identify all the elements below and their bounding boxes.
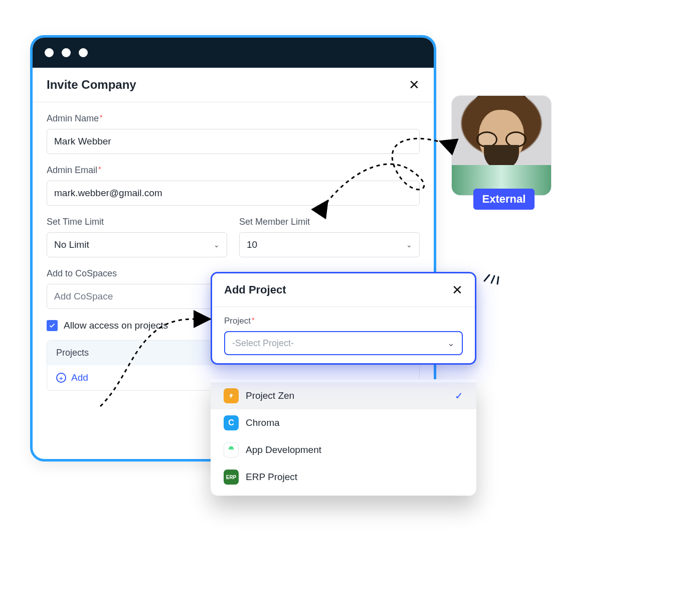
spark-decoration [479, 261, 504, 286]
window-dot [79, 48, 88, 57]
chevron-down-icon: ⌄ [406, 241, 412, 249]
project-field-label: Project* [224, 316, 463, 326]
external-user-card: External [451, 95, 557, 210]
required-mark: * [100, 113, 102, 121]
allow-projects-checkbox[interactable] [47, 320, 58, 331]
chevron-down-icon: ⌄ [214, 241, 220, 249]
avatar [451, 95, 552, 196]
project-icon: ERP [224, 470, 239, 485]
input-placeholder: Add CoSpace [54, 291, 113, 302]
select-value: No Limit [54, 239, 89, 250]
time-limit-field: Set Time Limit No Limit ⌄ [47, 217, 227, 257]
window-dot [45, 48, 54, 57]
option-label: App Development [246, 444, 321, 455]
member-limit-select[interactable]: 10 ⌄ [239, 232, 420, 257]
allow-projects-label: Allow access on projects [64, 320, 168, 331]
svg-point-1 [232, 448, 233, 448]
external-badge: External [473, 189, 535, 210]
option-label: Chroma [246, 417, 280, 428]
project-icon: C [224, 415, 239, 430]
add-project-popover: Add Project ✕ Project* -Select Project- … [211, 272, 476, 365]
svg-line-2 [484, 275, 489, 281]
popover-title: Add Project [224, 283, 286, 296]
label-text: Project [224, 316, 251, 326]
svg-line-3 [491, 276, 494, 283]
plus-circle-icon: + [56, 373, 66, 383]
required-mark: * [252, 316, 254, 324]
time-limit-label: Set Time Limit [47, 217, 227, 227]
add-label: Add [71, 372, 88, 383]
svg-line-4 [497, 277, 498, 284]
project-dropdown: Project Zen ✓ C Chroma App Development E… [211, 379, 476, 496]
admin-email-label: Admin Email* [47, 165, 420, 176]
project-option-erp[interactable]: ERP ERP Project [211, 464, 476, 491]
project-icon [224, 388, 239, 403]
close-icon[interactable]: ✕ [452, 283, 463, 296]
close-icon[interactable]: ✕ [409, 78, 420, 91]
dialog-title: Invite Company [47, 78, 136, 92]
project-option-zen[interactable]: Project Zen ✓ [211, 382, 476, 409]
svg-point-0 [230, 448, 230, 448]
member-limit-field: Set Member Limit 10 ⌄ [239, 217, 420, 257]
select-placeholder: -Select Project- [232, 338, 294, 349]
bolt-icon [228, 391, 235, 400]
label-text: Admin Email [47, 165, 97, 175]
option-label: ERP Project [246, 472, 297, 483]
check-icon [49, 322, 56, 329]
android-icon [227, 445, 236, 454]
admin-name-input[interactable]: Mark Webber [47, 129, 420, 154]
input-value: Mark Webber [54, 136, 111, 147]
check-icon: ✓ [455, 390, 463, 402]
project-option-app-dev[interactable]: App Development [211, 436, 476, 464]
window-dot [62, 48, 71, 57]
required-mark: * [98, 165, 101, 173]
dialog-header: Invite Company ✕ [33, 68, 434, 102]
limits-row: Set Time Limit No Limit ⌄ Set Member Lim… [47, 217, 420, 268]
project-select[interactable]: -Select Project- ⌄ [224, 331, 463, 355]
select-value: 10 [247, 239, 257, 250]
popover-body: Project* -Select Project- ⌄ [212, 307, 475, 363]
admin-email-input[interactable]: mark.webber@gmail.com [47, 181, 420, 206]
admin-name-label: Admin Name* [47, 113, 420, 124]
chevron-down-icon: ⌄ [447, 338, 455, 349]
member-limit-label: Set Member Limit [239, 217, 420, 227]
admin-name-field: Admin Name* Mark Webber [47, 113, 420, 154]
admin-email-field: Admin Email* mark.webber@gmail.com [47, 165, 420, 206]
project-option-chroma[interactable]: C Chroma [211, 409, 476, 436]
option-label: Project Zen [246, 390, 294, 401]
input-value: mark.webber@gmail.com [54, 188, 162, 199]
popover-header: Add Project ✕ [212, 273, 475, 307]
project-icon [224, 442, 239, 457]
label-text: Admin Name [47, 113, 99, 123]
window-titlebar [33, 38, 434, 68]
time-limit-select[interactable]: No Limit ⌄ [47, 232, 227, 257]
